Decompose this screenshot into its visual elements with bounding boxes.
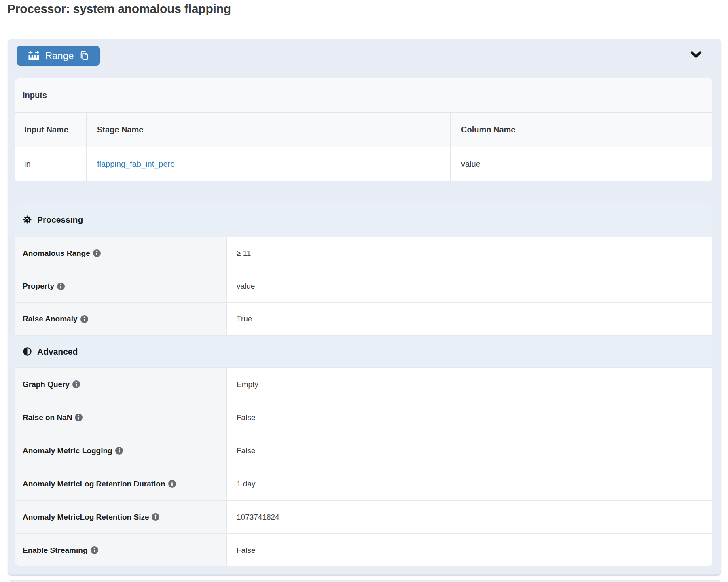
range-button-label: Range bbox=[45, 50, 74, 62]
info-icon[interactable] bbox=[72, 380, 80, 388]
row-label: Anomaly MetricLog Retention Size bbox=[23, 513, 149, 522]
info-icon[interactable] bbox=[152, 513, 159, 521]
ruler-range-icon bbox=[28, 51, 40, 61]
kv-row-enable-streaming: Enable Streaming False bbox=[15, 533, 712, 566]
chevron-down-icon bbox=[690, 51, 703, 59]
kv-row-property: Property value bbox=[15, 270, 712, 302]
row-value: False bbox=[227, 401, 712, 434]
row-value: ≥ 11 bbox=[227, 237, 712, 270]
info-icon[interactable] bbox=[93, 249, 101, 257]
info-icon[interactable] bbox=[80, 315, 88, 323]
copy-icon[interactable] bbox=[79, 51, 89, 61]
half-circle-icon bbox=[23, 347, 32, 356]
next-panel-top-strip bbox=[10, 580, 720, 582]
gear-sync-icon bbox=[23, 215, 32, 224]
cell-input-name: in bbox=[15, 147, 87, 181]
row-label: Anomalous Range bbox=[23, 249, 90, 258]
kv-row-anomalous-range: Anomalous Range ≥ 11 bbox=[15, 237, 712, 270]
collapse-chevron-button[interactable] bbox=[689, 50, 703, 60]
row-label: Anomaly Metric Logging bbox=[23, 446, 112, 455]
row-value: False bbox=[227, 534, 712, 566]
inputs-table-header-row: Input Name Stage Name Column Name bbox=[15, 113, 712, 147]
row-label: Property bbox=[23, 282, 54, 291]
kv-row-raise-on-nan: Raise on NaN False bbox=[15, 401, 712, 434]
row-label: Raise Anomaly bbox=[23, 314, 78, 323]
stage-name-link[interactable]: flapping_fab_int_perc bbox=[97, 159, 174, 169]
section-title: Advanced bbox=[37, 347, 78, 357]
section-header-advanced: Advanced bbox=[15, 335, 712, 367]
section-header-processing: Processing bbox=[15, 202, 712, 237]
info-icon[interactable] bbox=[75, 414, 83, 421]
inputs-table-row: in flapping_fab_int_perc value bbox=[15, 147, 712, 181]
info-icon[interactable] bbox=[91, 546, 98, 554]
row-label: Graph Query bbox=[23, 380, 70, 389]
row-label: Raise on NaN bbox=[23, 413, 72, 422]
kv-row-retention-duration: Anomaly MetricLog Retention Duration 1 d… bbox=[15, 467, 712, 500]
kv-row-retention-size: Anomaly MetricLog Retention Size 1073741… bbox=[15, 500, 712, 533]
inputs-card-title: Inputs bbox=[15, 78, 712, 113]
cell-column-name: value bbox=[451, 147, 712, 181]
column-header-column-name: Column Name bbox=[451, 113, 712, 147]
kv-row-anomaly-metric-logging: Anomaly Metric Logging False bbox=[15, 434, 712, 467]
inputs-card: Inputs Input Name Stage Name Column Name… bbox=[15, 78, 712, 181]
row-label: Enable Streaming bbox=[23, 546, 88, 555]
row-value: False bbox=[227, 434, 712, 467]
info-icon[interactable] bbox=[168, 480, 176, 488]
row-label: Anomaly MetricLog Retention Duration bbox=[23, 480, 165, 489]
row-value: 1073741824 bbox=[227, 501, 712, 533]
info-icon[interactable] bbox=[57, 283, 65, 290]
row-value: True bbox=[227, 303, 712, 335]
column-header-input-name: Input Name bbox=[15, 113, 87, 147]
row-value: Empty bbox=[227, 368, 712, 401]
processing-card: Processing Anomalous Range ≥ 11 Property… bbox=[15, 202, 712, 566]
processor-panel: Range Inputs Input Name Stage Name Colum… bbox=[8, 39, 721, 575]
info-icon[interactable] bbox=[115, 447, 123, 455]
kv-row-graph-query: Graph Query Empty bbox=[15, 367, 712, 401]
column-header-stage-name: Stage Name bbox=[87, 113, 451, 147]
row-value: value bbox=[227, 270, 712, 302]
cell-stage-name: flapping_fab_int_perc bbox=[87, 147, 451, 181]
range-button[interactable]: Range bbox=[17, 46, 100, 66]
section-title: Processing bbox=[37, 215, 83, 225]
row-value: 1 day bbox=[227, 467, 712, 500]
page-title: Processor: system anomalous flapping bbox=[7, 2, 231, 16]
kv-row-raise-anomaly: Raise Anomaly True bbox=[15, 302, 712, 335]
